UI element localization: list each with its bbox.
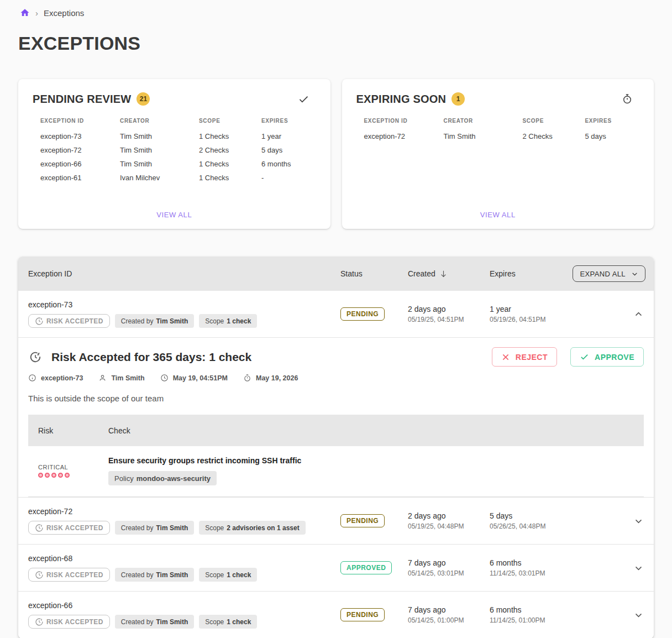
check-icon — [298, 93, 309, 105]
expires-absolute: 05/26/25, 04:48PM — [490, 522, 623, 530]
snooze-icon — [35, 571, 44, 579]
column-header: SCOPE — [523, 118, 585, 124]
created-relative: 2 days ago — [408, 305, 480, 313]
expires-relative: 6 months — [490, 558, 623, 567]
created-by-chip: Created by Tim Smith — [115, 521, 195, 535]
approve-button[interactable]: APPROVE — [570, 347, 644, 367]
created-absolute: 05/14/25, 01:00PM — [408, 616, 480, 624]
reject-button[interactable]: REJECT — [492, 347, 557, 367]
column-header: SCOPE — [199, 118, 261, 124]
policy-chip: Policy mondoo-aws-security — [108, 471, 217, 485]
expires-relative: 5 days — [490, 511, 623, 520]
card-title: EXPIRING SOON — [356, 93, 447, 106]
list-item[interactable]: exception-72 Tim Smith 2 Checks 5 days — [40, 143, 308, 157]
info-icon — [28, 374, 36, 382]
severity-dots — [38, 473, 98, 478]
created-absolute: 05/14/25, 03:01PM — [408, 569, 480, 577]
detail-expires: May 19, 2026 — [256, 374, 298, 382]
table-row[interactable]: exception-66 RISK ACCEPTED Created by Ti… — [18, 592, 654, 638]
exception-id: exception-73 — [28, 300, 330, 309]
status-badge: PENDING — [340, 307, 385, 321]
created-absolute: 05/19/25, 04:51PM — [408, 316, 480, 323]
expiring-count-badge: 1 — [452, 92, 465, 106]
home-icon[interactable] — [20, 8, 30, 18]
expires-relative: 6 months — [490, 605, 623, 614]
expiring-soon-table: EXCEPTION ID CREATOR SCOPE EXPIRES excep… — [364, 118, 632, 143]
snooze-icon — [35, 317, 44, 326]
sort-desc-icon — [439, 269, 448, 279]
created-absolute: 05/19/25, 04:48PM — [408, 522, 480, 530]
timer-icon — [243, 374, 251, 382]
breadcrumb: › Exceptions — [0, 0, 672, 18]
column-created-sort[interactable]: Created — [398, 269, 480, 279]
list-item[interactable]: exception-66 Tim Smith 1 Checks 6 months — [40, 157, 308, 171]
created-by-chip: Created by Tim Smith — [115, 568, 195, 582]
list-item[interactable]: exception-61 Ivan Milchev 1 Checks - — [40, 171, 308, 185]
risk-accepted-chip: RISK ACCEPTED — [28, 521, 110, 535]
pending-count-badge: 21 — [136, 92, 150, 106]
breadcrumb-current: Exceptions — [44, 8, 84, 18]
card-title: PENDING REVIEW — [33, 93, 131, 106]
detail-created: May 19, 04:51PM — [173, 374, 228, 382]
column-header: EXCEPTION ID — [364, 118, 444, 124]
column-header: EXPIRES — [585, 118, 632, 124]
detail-metadata: exception-73 Tim Smith May 19, 04:51PM M… — [28, 374, 644, 382]
column-header: EXCEPTION ID — [40, 118, 120, 124]
column-expires: Expires — [490, 269, 516, 278]
column-header: CREATOR — [120, 118, 199, 124]
created-relative: 7 days ago — [408, 605, 480, 614]
chevron-down-icon — [631, 270, 638, 278]
risk-check-table: Risk Check CRITICAL Ensure security grou… — [28, 415, 644, 497]
expiring-soon-card: EXPIRING SOON 1 EXCEPTION ID CREATOR SCO… — [342, 79, 654, 229]
pending-view-all-link[interactable]: VIEW ALL — [156, 211, 192, 219]
check-row[interactable]: CRITICAL Ensure security groups restrict… — [28, 446, 644, 497]
detail-creator: Tim Smith — [111, 374, 144, 382]
expires-absolute: 11/14/25, 03:01PM — [490, 569, 623, 577]
exception-id: exception-68 — [28, 554, 330, 563]
created-by-chip: Created by Tim Smith — [115, 314, 195, 328]
mini-table-header: EXCEPTION ID CREATOR SCOPE EXPIRES — [364, 118, 632, 124]
created-relative: 2 days ago — [408, 511, 480, 520]
expires-absolute: 05/19/26, 04:51PM — [490, 316, 623, 323]
table-row[interactable]: exception-72 RISK ACCEPTED Created by Ti… — [18, 498, 654, 545]
expiring-view-all-link[interactable]: VIEW ALL — [480, 211, 516, 219]
detail-exception-id: exception-73 — [41, 374, 83, 382]
exception-id: exception-72 — [28, 507, 330, 516]
check-icon — [580, 352, 589, 362]
person-icon — [98, 374, 107, 382]
exception-id: exception-66 — [28, 601, 330, 610]
expires-absolute: 11/14/25, 01:00PM — [490, 616, 623, 624]
expand-row-button[interactable] — [631, 607, 647, 623]
expand-row-button[interactable] — [631, 513, 647, 529]
x-icon — [501, 353, 510, 362]
risk-accepted-chip: RISK ACCEPTED — [28, 314, 110, 328]
scope-chip: Scope 1 check — [199, 568, 257, 582]
status-badge: APPROVED — [340, 561, 392, 574]
pending-review-table: EXCEPTION ID CREATOR SCOPE EXPIRES excep… — [40, 118, 308, 185]
expires-relative: 1 year — [490, 305, 623, 313]
list-item[interactable]: exception-73 Tim Smith 1 Checks 1 year — [40, 129, 308, 143]
check-title: Ensure security groups restrict incoming… — [108, 456, 644, 465]
expand-row-button[interactable] — [631, 560, 647, 576]
collapse-row-button[interactable] — [631, 306, 647, 322]
snooze-icon — [35, 618, 44, 626]
mini-table-header: EXCEPTION ID CREATOR SCOPE EXPIRES — [40, 118, 308, 124]
table-header: Exception ID Status Created Expires EXPA… — [18, 257, 654, 291]
detail-description: This is outside the scope of our team — [28, 394, 644, 403]
detail-title: Risk Accepted for 365 days: 1 check — [51, 351, 251, 364]
table-row[interactable]: exception-73 RISK ACCEPTED Created by Ti… — [18, 291, 654, 338]
exception-detail-panel: Risk Accepted for 365 days: 1 check REJE… — [18, 338, 654, 498]
summary-cards: PENDING REVIEW 21 EXCEPTION ID CREATOR S… — [18, 79, 654, 229]
snooze-icon — [35, 524, 44, 532]
column-header: EXPIRES — [261, 118, 308, 124]
list-item[interactable]: exception-72 Tim Smith 2 Checks 5 days — [364, 129, 632, 143]
expiring-soon-header: EXPIRING SOON 1 — [356, 92, 640, 106]
table-row[interactable]: exception-68 RISK ACCEPTED Created by Ti… — [18, 545, 654, 592]
status-badge: PENDING — [340, 514, 385, 527]
risk-accepted-chip: RISK ACCEPTED — [28, 568, 110, 582]
expand-all-button[interactable]: EXPAND ALL — [573, 265, 645, 282]
column-header: CREATOR — [444, 118, 523, 124]
check-column-header: Check — [98, 426, 644, 435]
created-by-chip: Created by Tim Smith — [115, 615, 195, 629]
exceptions-table: Exception ID Status Created Expires EXPA… — [18, 257, 654, 638]
